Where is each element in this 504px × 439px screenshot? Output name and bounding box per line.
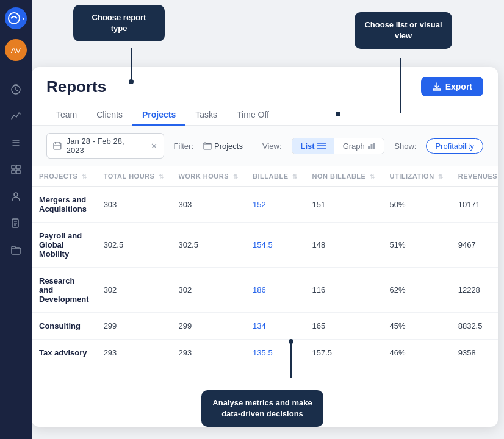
date-range-text: Jan 28 - Feb 28, 2023 xyxy=(67,137,143,155)
cell-project: Tax advisory xyxy=(32,340,96,366)
cell-work-hours: 302 xyxy=(171,268,245,313)
cell-utilization: 51% xyxy=(383,223,451,268)
cell-utilization: 46% xyxy=(383,340,451,366)
col-utilization: UTILIZATION ⇅ xyxy=(383,166,451,187)
tab-timeoff[interactable]: Time Off xyxy=(227,105,279,126)
sidebar-avatar[interactable]: AV xyxy=(5,39,27,61)
cell-revenues: 9467 xyxy=(451,223,498,268)
show-label: Show: xyxy=(394,141,416,151)
svg-rect-6 xyxy=(16,165,20,169)
filter-projects-tag[interactable]: Projects xyxy=(203,141,243,151)
filters-bar: Jan 28 - Feb 28, 2023 ✕ Filter: Projects… xyxy=(32,126,498,166)
svg-point-0 xyxy=(9,13,20,24)
view-label: View: xyxy=(262,141,282,151)
cell-billable: 186 xyxy=(245,268,304,313)
cell-total-hours: 293 xyxy=(96,340,171,366)
reports-table: PROJECTS ⇅ TOTAL HOURS ⇅ WORK HOURS ⇅ BI… xyxy=(32,166,498,366)
date-range-picker[interactable]: Jan 28 - Feb 28, 2023 ✕ xyxy=(46,133,164,159)
tooltip-analyse-metrics: Analyse metrics and make data-driven dec… xyxy=(201,390,323,427)
cell-billable: 154.5 xyxy=(245,223,304,268)
svg-rect-14 xyxy=(54,143,61,149)
calendar-icon xyxy=(53,141,62,150)
col-billable: BILLABLE ⇅ xyxy=(245,166,304,187)
svg-rect-8 xyxy=(16,170,20,174)
tooltip1-line xyxy=(131,48,132,81)
tooltip-report-type: Choose report type xyxy=(73,5,165,41)
cell-project: Payroll and Global Mobility xyxy=(32,223,96,268)
sidebar-folder-icon[interactable] xyxy=(5,239,27,261)
tab-clients[interactable]: Clients xyxy=(87,105,132,126)
sidebar-grid-icon[interactable] xyxy=(5,159,27,180)
cell-project: Consulting xyxy=(32,313,96,340)
page-title: Reports xyxy=(46,77,106,96)
list-view-button[interactable]: List xyxy=(292,138,334,154)
cell-non-billable: 116 xyxy=(305,268,383,313)
svg-rect-7 xyxy=(12,170,15,174)
cell-utilization: 50% xyxy=(383,187,451,223)
table-row[interactable]: Consulting 299 299 134 165 45% 8832.5 52… xyxy=(32,313,498,340)
cell-billable: 134 xyxy=(245,313,304,340)
cell-project: Research and Development xyxy=(32,268,96,313)
cell-non-billable: 148 xyxy=(305,223,383,268)
sidebar-list-icon[interactable] xyxy=(5,132,27,154)
profitability-button[interactable]: Profitability xyxy=(426,138,483,154)
cell-revenues: 8832.5 xyxy=(451,313,498,340)
tooltip2-line xyxy=(400,58,401,113)
col-revenues: REVENUES ⇅ xyxy=(451,166,498,187)
cell-project: Mergers and Acquisitions xyxy=(32,187,96,223)
cell-non-billable: 151 xyxy=(305,187,383,223)
cell-utilization: 45% xyxy=(383,313,451,340)
tabs-bar: Team Clients Projects Tasks Time Off xyxy=(32,99,498,126)
filter-projects-icon xyxy=(203,141,212,150)
cell-total-hours: 303 xyxy=(96,187,171,223)
filter-label: Filter: xyxy=(174,141,194,151)
tab-projects[interactable]: Projects xyxy=(132,105,185,126)
date-range-clear[interactable]: ✕ xyxy=(151,141,157,151)
sidebar-logo[interactable]: › xyxy=(5,7,27,29)
cell-revenues: 10171 xyxy=(451,187,498,223)
cell-work-hours: 299 xyxy=(171,313,245,340)
tooltip3-line xyxy=(290,343,292,378)
sidebar-doc-icon[interactable] xyxy=(5,212,27,234)
cell-non-billable: 157.5 xyxy=(305,340,383,366)
table-container: PROJECTS ⇅ TOTAL HOURS ⇅ WORK HOURS ⇅ BI… xyxy=(32,166,498,366)
col-non-billable: NON BILLABLE ⇅ xyxy=(305,166,383,187)
sidebar: › AV xyxy=(0,0,32,439)
graph-view-button[interactable]: Graph xyxy=(334,138,384,154)
table-row[interactable]: Payroll and Global Mobility 302.5 302.5 … xyxy=(32,223,498,268)
view-toggle: List Graph xyxy=(292,138,385,154)
svg-rect-23 xyxy=(373,143,375,149)
sidebar-team-icon[interactable] xyxy=(5,185,27,207)
svg-rect-21 xyxy=(368,146,370,149)
bar-chart-icon xyxy=(367,142,376,149)
list-icon xyxy=(317,142,326,149)
table-row[interactable]: Research and Development 302 302 186 116… xyxy=(32,268,498,313)
table-row[interactable]: Tax advisory 293 293 135.5 157.5 46% 935… xyxy=(32,340,498,366)
cell-revenues: 12228 xyxy=(451,268,498,313)
cell-non-billable: 165 xyxy=(305,313,383,340)
cell-total-hours: 299 xyxy=(96,313,171,340)
cell-work-hours: 303 xyxy=(171,187,245,223)
tab-tasks[interactable]: Tasks xyxy=(185,105,227,126)
tooltip1-dot xyxy=(129,79,134,84)
svg-point-9 xyxy=(14,193,18,196)
tab-team[interactable]: Team xyxy=(46,105,87,126)
sidebar-analytics-icon[interactable] xyxy=(5,105,27,127)
export-button[interactable]: Export xyxy=(421,77,483,96)
table-row[interactable]: Mergers and Acquisitions 303 303 152 151… xyxy=(32,187,498,223)
filter-value-text: Projects xyxy=(214,141,243,151)
sidebar-timer-icon[interactable] xyxy=(5,78,27,100)
svg-rect-5 xyxy=(12,165,15,169)
tooltip-visual-view: Choose list or visual view xyxy=(355,12,452,49)
page-header: Reports Export xyxy=(32,67,498,96)
tooltip3-dot xyxy=(289,339,293,344)
cell-work-hours: 302.5 xyxy=(171,223,245,268)
col-total-hours: TOTAL HOURS ⇅ xyxy=(96,166,171,187)
cell-total-hours: 302.5 xyxy=(96,223,171,268)
col-projects: PROJECTS ⇅ xyxy=(32,166,96,187)
cell-revenues: 9358 xyxy=(451,340,498,366)
cell-billable: 152 xyxy=(245,187,304,223)
main-panel: Reports Export Team Clients Projects Tas… xyxy=(32,67,498,427)
cell-billable: 135.5 xyxy=(245,340,304,366)
tooltip2-dot xyxy=(336,112,340,116)
